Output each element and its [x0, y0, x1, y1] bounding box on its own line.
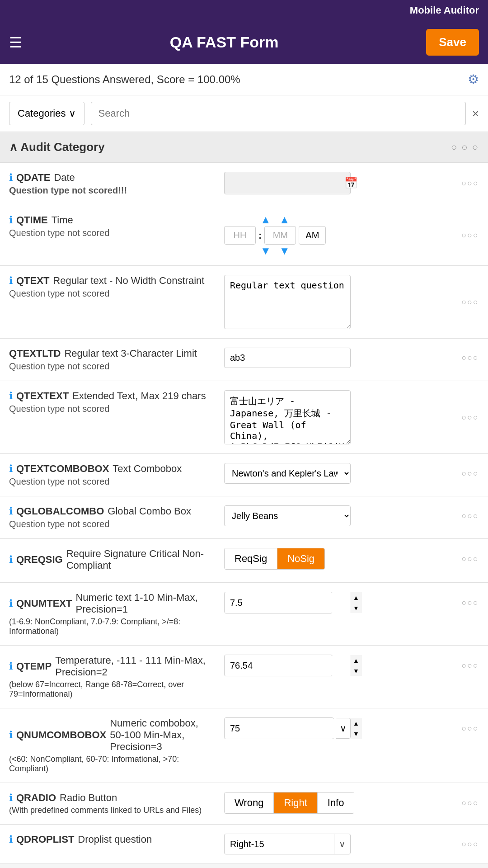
minute-up-arrow[interactable]: ▲ — [279, 214, 290, 225]
qtext-dots[interactable]: ○○○ — [461, 297, 479, 307]
qnumcombobox-spin-up[interactable]: ▲ — [350, 718, 362, 728]
date-input[interactable] — [230, 178, 344, 189]
question-left-qreqsig: ℹ QREQSIG Require Signature Critical Non… — [9, 548, 217, 573]
qnumtext-spin: ▲ ▼ — [350, 592, 362, 613]
qnumtext-input[interactable] — [225, 593, 350, 613]
qdate-dots[interactable]: ○○○ — [461, 179, 479, 188]
qtextext-dots[interactable]: ○○○ — [461, 413, 479, 422]
qtextcombobox-select[interactable]: Newton's and Kepler's Laws — [224, 463, 351, 484]
question-right-qtime: ▲ ▲ : AM ▼ ▼ ○○○ — [224, 214, 479, 256]
wrong-button[interactable]: Wrong — [225, 793, 274, 813]
qtextltd-input[interactable] — [224, 348, 351, 368]
search-input[interactable] — [91, 102, 466, 125]
ampm-button[interactable]: AM — [299, 226, 326, 245]
question-row-qtextext: ℹ QTEXTEXT Extended Text, Max 219 chars … — [0, 381, 488, 454]
question-row-qdate: ℹ QDATE Date Question type not scored!!!… — [0, 163, 488, 205]
qtemp-input[interactable] — [225, 656, 350, 675]
qtemp-input-wrapper: ▲ ▼ — [224, 655, 333, 676]
qnumtext-input-wrapper: ▲ ▼ — [224, 592, 333, 613]
question-left-qnumcombobox: ℹ QNUMCOMBOBOX Numeric combobox, 50-100 … — [9, 717, 217, 774]
qtemp-spin-down[interactable]: ▼ — [350, 665, 362, 676]
qglobalcombo-select[interactable]: Jelly Beans — [224, 505, 351, 526]
info-icon-qtime[interactable]: ℹ — [9, 214, 13, 226]
qdroplist-arrow[interactable]: ∨ — [334, 834, 350, 854]
audit-category-dots[interactable]: ○ ○ ○ — [451, 142, 479, 153]
save-button[interactable]: Save — [426, 29, 479, 56]
right-button[interactable]: Right — [274, 793, 317, 813]
page-title: QA FAST Form — [22, 33, 426, 51]
main-header: ☰ QA FAST Form Save — [0, 21, 488, 64]
question-row-qreqsig: ℹ QREQSIG Require Signature Critical Non… — [0, 539, 488, 583]
question-row-qglobalcombo: ℹ QGLOBALCOMBO Global Combo Box Question… — [0, 496, 488, 539]
qnumcombobox-input[interactable] — [225, 719, 350, 738]
info-icon-qreqsig[interactable]: ℹ — [9, 554, 13, 566]
qglobalcombo-dots[interactable]: ○○○ — [461, 511, 479, 521]
qnumcombobox-spin-down[interactable]: ▼ — [350, 728, 362, 739]
minute-down-arrow[interactable]: ▼ — [279, 245, 290, 256]
categories-button[interactable]: Categories ∨ — [9, 102, 84, 125]
qdroplist-dots[interactable]: ○○○ — [461, 840, 479, 849]
top-bar: Mobile Auditor — [0, 0, 488, 21]
info-icon-qtextext[interactable]: ℹ — [9, 390, 13, 402]
qnumcombobox-input-wrapper: ▲ ▼ — [224, 717, 334, 739]
qnumcombobox-dropdown[interactable]: ∨ — [336, 718, 351, 739]
qtemp-dots[interactable]: ○○○ — [461, 661, 479, 670]
search-clear-button[interactable]: × — [472, 107, 479, 121]
qtemp-spin-up[interactable]: ▲ — [350, 655, 362, 665]
question-right-qtextext: 富士山エリア - Japanese, 万里长城 - Great Wall (of… — [224, 390, 479, 444]
qtextltd-dots[interactable]: ○○○ — [461, 353, 479, 363]
qradio-dots[interactable]: ○○○ — [461, 798, 479, 808]
time-colon: : — [258, 230, 262, 241]
hour-up-arrow[interactable]: ▲ — [260, 214, 271, 225]
question-row-qdroplist: ℹ QDROPLIST Droplist question Right-15 ∨… — [0, 825, 488, 864]
question-row-qtextcombobox: ℹ QTEXTCOMBOBOX Text Combobox Question t… — [0, 454, 488, 496]
question-row-qtext: ℹ QTEXT Regular text - No Width Constrai… — [0, 266, 488, 339]
qtime-dots[interactable]: ○○○ — [461, 231, 479, 240]
hour-input[interactable] — [224, 226, 256, 245]
info-icon-qtext[interactable]: ℹ — [9, 275, 13, 287]
time-widget: ▲ ▲ : AM ▼ ▼ — [224, 214, 326, 256]
question-left-qtemp: ℹ QTEMP Temperature, -111 - 111 Min-Max,… — [9, 655, 217, 699]
hamburger-icon[interactable]: ☰ — [9, 34, 22, 51]
nosig-button[interactable]: NoSig — [277, 548, 324, 569]
question-right-qreqsig: ReqSig NoSig ○○○ — [224, 548, 479, 570]
brand-name: Mobile Auditor — [410, 5, 479, 16]
info-icon-qtemp[interactable]: ℹ — [9, 660, 13, 672]
score-bar: 12 of 15 Questions Answered, Score = 100… — [0, 64, 488, 95]
qnumcombobox-spin: ▲ ▼ — [350, 718, 362, 739]
question-left-qtextcombobox: ℹ QTEXTCOMBOBOX Text Combobox Question t… — [9, 463, 217, 487]
info-icon-qnumcombobox[interactable]: ℹ — [9, 729, 13, 741]
info-button[interactable]: Info — [318, 793, 354, 813]
date-input-wrapper: 📅 — [224, 172, 351, 194]
reqsig-button[interactable]: ReqSig — [225, 548, 277, 569]
qradio-button-group: Wrong Right Info — [224, 792, 354, 814]
time-controls: : AM — [224, 226, 326, 245]
question-left-qtextext: ℹ QTEXTEXT Extended Text, Max 219 chars … — [9, 390, 217, 414]
info-icon-qradio[interactable]: ℹ — [9, 792, 13, 804]
info-icon-qnumtext[interactable]: ℹ — [9, 598, 13, 609]
info-icon-qtextcombobox[interactable]: ℹ — [9, 463, 13, 475]
filter-bar: Categories ∨ × — [0, 95, 488, 132]
qnumtext-spin-up[interactable]: ▲ — [350, 592, 362, 603]
question-left-qtextltd: QTEXTLTD Regular text 3-Character Limit … — [9, 348, 217, 372]
qtext-textarea[interactable]: Regular text question — [224, 275, 351, 329]
info-icon-qglobalcombo[interactable]: ℹ — [9, 505, 13, 517]
qreqsig-dots[interactable]: ○○○ — [461, 554, 479, 564]
qnumcombobox-dots[interactable]: ○○○ — [461, 724, 479, 733]
qnumtext-dots[interactable]: ○○○ — [461, 598, 479, 608]
hour-down-arrow[interactable]: ▼ — [260, 245, 271, 256]
info-icon-qdroplist[interactable]: ℹ — [9, 834, 13, 845]
minute-input[interactable] — [264, 226, 296, 245]
question-row-qtime: ℹ QTIME Time Question type not scored ▲ … — [0, 205, 488, 266]
info-icon-qdate[interactable]: ℹ — [9, 172, 13, 184]
gear-icon[interactable]: ⚙ — [468, 72, 479, 87]
qtextext-textarea[interactable]: 富士山エリア - Japanese, 万里长城 - Great Wall (of… — [224, 390, 351, 444]
qnumtext-spin-down[interactable]: ▼ — [350, 603, 362, 613]
question-left-qdroplist: ℹ QDROPLIST Droplist question — [9, 834, 217, 847]
calendar-icon[interactable]: 📅 — [344, 177, 358, 189]
question-right-qnumtext: ▲ ▼ ○○○ — [224, 592, 479, 613]
question-right-qradio: Wrong Right Info ○○○ — [224, 792, 479, 814]
qtextcombobox-dots[interactable]: ○○○ — [461, 469, 479, 478]
question-left-qnumtext: ℹ QNUMTEXT Numeric text 1-10 Min-Max, Pr… — [9, 592, 217, 636]
qreqsig-button-group: ReqSig NoSig — [224, 548, 325, 570]
